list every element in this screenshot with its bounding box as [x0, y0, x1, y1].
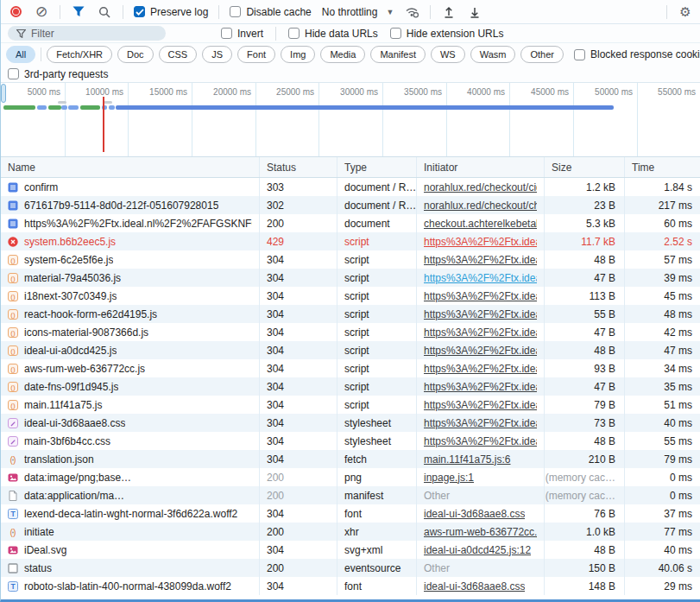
table-row[interactable]: ()main.11f41a75.js304scripthttps%3A%2F%2… [1, 396, 700, 414]
column-header-name[interactable]: Name [1, 157, 260, 177]
cell-type: stylesheet [337, 432, 417, 450]
table-row[interactable]: iDeal.svg304svg+xmlideal-ui-a0dcd425.js:… [1, 541, 700, 559]
cell-name: system.b6b2eec5.js [1, 232, 260, 250]
table-row[interactable]: ()system-6c2e5f6e.js304scripthttps%3A%2F… [1, 250, 700, 269]
initiator-link[interactable]: https%3A%2F%2Ftx.ideal.nl [424, 435, 537, 447]
type-filter-font[interactable]: Font [237, 46, 275, 63]
table-row[interactable]: ()ideal-ui-a0dcd425.js304scripthttps%3A%… [1, 341, 700, 359]
request-name: iDeal.svg [24, 544, 66, 556]
disable-cache-checkbox[interactable]: Disable cache [230, 6, 311, 18]
column-header-status[interactable]: Status [260, 157, 337, 177]
preserve-log-checkbox[interactable]: Preserve log [134, 6, 208, 18]
table-row[interactable]: ()react-hook-form-e62d4195.js304scriptht… [1, 305, 700, 323]
import-har-icon[interactable] [441, 4, 457, 20]
cell-initiator: norahlux.red/checkout/chec [417, 196, 545, 214]
cell-status: 304 [260, 250, 337, 269]
initiator-link[interactable]: main.11f41a75.js:6 [424, 453, 511, 466]
initiator-link[interactable]: ideal-ui-3d68aae8.css [424, 580, 525, 592]
filter-input[interactable]: Filter [8, 26, 166, 41]
type-filter-all[interactable]: All [6, 46, 35, 63]
throttling-dropdown[interactable]: No throttling ▼ [322, 6, 394, 18]
table-row[interactable]: status200eventsourceOther150 B40.06 s [1, 559, 700, 577]
request-name: i18next-307c0349.js [24, 290, 117, 302]
initiator-link[interactable]: inpage.js:1 [424, 472, 474, 484]
export-har-icon[interactable] [467, 4, 482, 20]
cell-size: 79 B [545, 396, 625, 414]
requests-table: confirm303document / R…norahlux.red/chec… [1, 178, 700, 595]
cell-status: 304 [260, 323, 337, 341]
type-filter-fetch-xhr[interactable]: Fetch/XHR [47, 46, 112, 63]
initiator-link[interactable]: https%3A%2F%2Ftx.ideal.nl [424, 363, 537, 375]
type-filter-manifest[interactable]: Manifest [370, 46, 426, 63]
type-filter-media[interactable]: Media [320, 46, 365, 63]
table-row[interactable]: data:image/png;base…200pnginpage.js:1(me… [1, 468, 700, 486]
initiator-link[interactable]: ideal-ui-a0dcd425.js:12 [424, 544, 531, 556]
table-row[interactable]: Tlexend-deca-latin-wght-normal-3f6d622a.… [1, 504, 700, 523]
initiator-link[interactable]: norahlux.red/checkout/cid- [424, 181, 537, 193]
cell-status: 304 [260, 377, 337, 396]
script-icon: () [8, 309, 18, 320]
initiator-link[interactable]: checkout.achterelkebetaling [424, 218, 537, 230]
hide-extension-urls-checkbox[interactable]: Hide extension URLs [390, 28, 504, 40]
table-row[interactable]: system.b6b2eec5.js429scripthttps%3A%2F%2… [1, 232, 700, 250]
table-row[interactable]: ()i18next-307c0349.js304scripthttps%3A%2… [1, 287, 700, 305]
type-filter-other[interactable]: Other [520, 46, 564, 63]
type-filter-css[interactable]: CSS [159, 46, 198, 63]
table-row[interactable]: ()translation.json304fetchmain.11f41a75.… [1, 450, 700, 468]
cell-size: 48 B [545, 250, 625, 269]
column-header-type[interactable]: Type [337, 157, 417, 177]
filter-icon[interactable] [71, 4, 86, 20]
column-header-initiator[interactable]: Initiator [417, 157, 545, 177]
initiator-link[interactable]: https%3A%2F%2Ftx.ideal.nl [424, 290, 537, 302]
type-filter-ws[interactable]: WS [431, 46, 465, 63]
table-row[interactable]: Troboto-slab-latin-400-normal-438099da.w… [1, 577, 700, 595]
table-row[interactable]: ()aws-rum-web-636772cc.js304scripthttps%… [1, 359, 700, 377]
cell-status: 304 [260, 269, 337, 287]
initiator-link[interactable]: ideal-ui-3d68aae8.css [424, 508, 525, 520]
network-conditions-icon[interactable] [404, 4, 419, 20]
initiator-link[interactable]: https%3A%2F%2Ftx.ideal.nl [424, 308, 537, 320]
type-filter-wasm[interactable]: Wasm [470, 46, 516, 63]
invert-checkbox[interactable]: Invert [221, 28, 263, 40]
hide-data-urls-checkbox[interactable]: Hide data URLs [288, 28, 378, 40]
network-overview-timeline[interactable]: 5000 ms10000 ms15000 ms20000 ms25000 ms3… [1, 83, 700, 157]
request-name: icons-material-9087366d.js [24, 326, 148, 339]
settings-gear-icon[interactable]: ⚙ [678, 4, 693, 20]
table-row[interactable]: 671617b9-5114-8d0d-212f-051607928015302d… [1, 196, 700, 214]
column-header-time[interactable]: Time [625, 157, 700, 177]
table-row[interactable]: ()material-79a45036.js304scripthttps%3A%… [1, 269, 700, 287]
initiator-link[interactable]: https%3A%2F%2Ftx.ideal.nl [424, 254, 537, 266]
overview-left-handle[interactable] [1, 84, 6, 103]
cell-size: 47 B [545, 377, 625, 396]
initiator-link[interactable]: https%3A%2F%2Ftx.ideal.nl [424, 417, 537, 429]
type-filter-img[interactable]: Img [281, 46, 315, 63]
search-icon[interactable] [97, 4, 112, 20]
third-party-requests-checkbox[interactable]: 3rd-party requests [8, 68, 108, 80]
record-network-log-button[interactable] [8, 4, 23, 20]
blocked-response-cookies-checkbox[interactable]: Blocked response cookies [574, 48, 700, 60]
table-row[interactable]: main-3bf6b4cc.css304stylesheethttps%3A%2… [1, 432, 700, 450]
initiator-link[interactable]: https%3A%2F%2Ftx.ideal.nl [424, 345, 537, 357]
table-row[interactable]: confirm303document / R…norahlux.red/chec… [1, 178, 700, 196]
table-row[interactable]: data:application/ma…200manifestOther(mem… [1, 486, 700, 504]
cell-name: confirm [1, 178, 260, 196]
initiator-link[interactable]: https%3A%2F%2Ftx.ideal.nl [424, 381, 537, 393]
table-row[interactable]: ideal-ui-3d68aae8.css304stylesheethttps%… [1, 414, 700, 432]
type-filter-doc[interactable]: Doc [117, 46, 154, 63]
initiator-link[interactable]: https%3A%2F%2Ftx.ideal.nl [424, 272, 537, 284]
initiator-link[interactable]: https%3A%2F%2Ftx.ideal.nl [424, 236, 537, 248]
initiator-link[interactable]: norahlux.red/checkout/chec [424, 200, 537, 212]
column-header-size[interactable]: Size [545, 157, 625, 177]
cell-name: iDeal.svg [1, 541, 260, 559]
type-filter-js[interactable]: JS [202, 46, 232, 63]
table-row[interactable]: ()initiate200xhraws-rum-web-636772cc.js:… [1, 523, 700, 541]
initiator-link[interactable]: https%3A%2F%2Ftx.ideal.nl [424, 399, 537, 411]
initiator-link[interactable]: https%3A%2F%2Ftx.ideal.nl [424, 326, 537, 339]
initiator-link[interactable]: aws-rum-web-636772cc.js:1 [424, 526, 537, 538]
table-row[interactable]: ()icons-material-9087366d.js304scripthtt… [1, 323, 700, 341]
cell-status: 304 [260, 287, 337, 305]
clear-network-log-icon[interactable]: ⊘ [34, 4, 49, 20]
table-row[interactable]: ()date-fns-09f1d945.js304scripthttps%3A%… [1, 377, 700, 396]
cell-time: 34 ms [625, 359, 700, 377]
table-row[interactable]: https%3A%2F%2Ftx.ideal.nl%2F2%2FAFGSKNFO… [1, 214, 700, 232]
